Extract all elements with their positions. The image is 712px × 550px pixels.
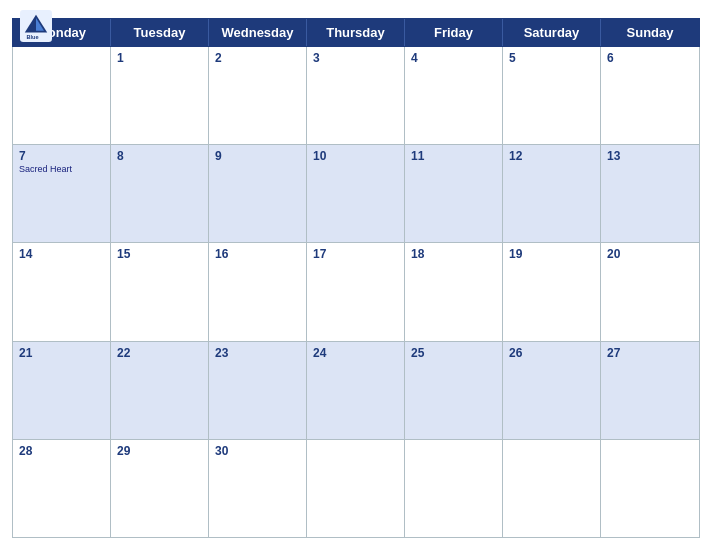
day-number: 30: [215, 444, 300, 458]
day-cell-empty: [307, 440, 405, 537]
day-cell-18: 18: [405, 243, 503, 340]
day-number: 15: [117, 247, 202, 261]
day-cell-empty: [405, 440, 503, 537]
day-number: 8: [117, 149, 202, 163]
day-cell-21: 21: [13, 342, 111, 439]
logo-icon: Blue: [20, 10, 52, 42]
day-number: 16: [215, 247, 300, 261]
day-cell-16: 16: [209, 243, 307, 340]
day-number: 13: [607, 149, 693, 163]
day-number: 9: [215, 149, 300, 163]
week-row-2: 14151617181920: [13, 242, 699, 340]
calendar: MondayTuesdayWednesdayThursdayFridaySatu…: [0, 18, 712, 550]
day-cell-15: 15: [111, 243, 209, 340]
day-number: 7: [19, 149, 104, 163]
day-number: 22: [117, 346, 202, 360]
day-cell-23: 23: [209, 342, 307, 439]
day-cell-24: 24: [307, 342, 405, 439]
svg-text:Blue: Blue: [26, 34, 38, 40]
logo: Blue: [20, 10, 56, 42]
day-cell-empty: [503, 440, 601, 537]
weekday-header-thursday: Thursday: [307, 19, 405, 46]
day-cell-20: 20: [601, 243, 699, 340]
day-number: 3: [313, 51, 398, 65]
day-cell-8: 8: [111, 145, 209, 242]
day-cell-7: 7Sacred Heart: [13, 145, 111, 242]
weekday-header-wednesday: Wednesday: [209, 19, 307, 46]
day-number: 5: [509, 51, 594, 65]
day-number: 29: [117, 444, 202, 458]
day-cell-13: 13: [601, 145, 699, 242]
day-cell-5: 5: [503, 47, 601, 144]
page: Blue MondayTuesdayWednesdayThursdayFrida…: [0, 0, 712, 550]
day-number: 25: [411, 346, 496, 360]
day-cell-empty: [13, 47, 111, 144]
day-cell-12: 12: [503, 145, 601, 242]
day-number: 18: [411, 247, 496, 261]
day-number: 23: [215, 346, 300, 360]
day-cell-3: 3: [307, 47, 405, 144]
day-cell-27: 27: [601, 342, 699, 439]
day-cell-28: 28: [13, 440, 111, 537]
holiday-label: Sacred Heart: [19, 164, 104, 174]
day-cell-6: 6: [601, 47, 699, 144]
day-number: 20: [607, 247, 693, 261]
day-cell-29: 29: [111, 440, 209, 537]
day-cell-9: 9: [209, 145, 307, 242]
day-cell-17: 17: [307, 243, 405, 340]
day-number: 6: [607, 51, 693, 65]
day-number: 19: [509, 247, 594, 261]
day-cell-4: 4: [405, 47, 503, 144]
day-cell-empty: [601, 440, 699, 537]
day-number: 27: [607, 346, 693, 360]
day-number: 26: [509, 346, 594, 360]
day-number: 4: [411, 51, 496, 65]
day-cell-26: 26: [503, 342, 601, 439]
weekday-header-tuesday: Tuesday: [111, 19, 209, 46]
day-number: 21: [19, 346, 104, 360]
day-cell-2: 2: [209, 47, 307, 144]
day-number: 17: [313, 247, 398, 261]
weekday-header-friday: Friday: [405, 19, 503, 46]
day-cell-14: 14: [13, 243, 111, 340]
weekday-header-saturday: Saturday: [503, 19, 601, 46]
day-number: 2: [215, 51, 300, 65]
week-row-4: 282930: [13, 439, 699, 537]
day-cell-25: 25: [405, 342, 503, 439]
day-number: 10: [313, 149, 398, 163]
day-number: 12: [509, 149, 594, 163]
day-cell-10: 10: [307, 145, 405, 242]
day-cell-1: 1: [111, 47, 209, 144]
day-cell-22: 22: [111, 342, 209, 439]
header: Blue: [0, 0, 712, 18]
day-number: 28: [19, 444, 104, 458]
week-row-3: 21222324252627: [13, 341, 699, 439]
weekday-header-sunday: Sunday: [601, 19, 699, 46]
day-number: 24: [313, 346, 398, 360]
day-cell-19: 19: [503, 243, 601, 340]
calendar-header: MondayTuesdayWednesdayThursdayFridaySatu…: [12, 18, 700, 47]
week-row-1: 7Sacred Heart8910111213: [13, 144, 699, 242]
week-row-0: 123456: [13, 47, 699, 144]
calendar-body: 1234567Sacred Heart891011121314151617181…: [12, 47, 700, 538]
day-number: 1: [117, 51, 202, 65]
day-number: 11: [411, 149, 496, 163]
day-cell-11: 11: [405, 145, 503, 242]
day-cell-30: 30: [209, 440, 307, 537]
day-number: 14: [19, 247, 104, 261]
